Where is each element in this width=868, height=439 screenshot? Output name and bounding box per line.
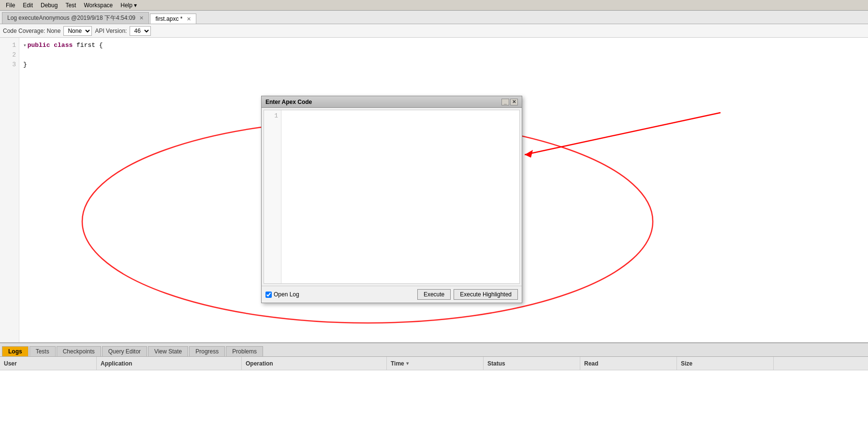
- col-header-status: Status: [484, 357, 580, 370]
- editor-line-2: [23, 50, 864, 60]
- open-log-text: Open Log: [274, 291, 299, 298]
- tab-checkpoints-label: Checkpoints: [63, 348, 95, 355]
- col-size-label: Size: [681, 360, 692, 367]
- editor-line-1: ▾public class first {: [23, 41, 864, 50]
- coverage-label: Code Coverage: None: [3, 28, 60, 34]
- editor-line-3: }: [23, 60, 864, 70]
- modal-title-bar: Enter Apex Code _ ✕: [262, 96, 522, 108]
- tab-logs-label: Logs: [8, 348, 22, 355]
- tab-progress-label: Progress: [195, 348, 219, 355]
- code-input-area[interactable]: 1: [264, 110, 520, 284]
- modal-close-button[interactable]: ✕: [510, 99, 518, 105]
- col-time-label: Time: [391, 360, 404, 367]
- col-user-label: User: [4, 360, 17, 367]
- menu-bar: File Edit Debug Test Workspace Help ▾: [0, 0, 868, 11]
- apex-code-input[interactable]: [281, 110, 519, 283]
- open-log-checkbox[interactable]: [265, 292, 272, 298]
- col-header-op: Operation: [242, 357, 387, 370]
- tab-first[interactable]: first.apxc * ✕: [150, 14, 196, 24]
- tab-log-label: Log executeAnonymous @2019/9/18 下午4:54:0…: [7, 15, 135, 21]
- table-header: User Application Operation Time ▾ Status…: [0, 357, 868, 370]
- open-log-label[interactable]: Open Log: [265, 291, 299, 298]
- coverage-select[interactable]: None All: [63, 26, 92, 36]
- tab-first-label: first.apxc *: [155, 15, 182, 22]
- editor-gutter: 1 2 3: [0, 38, 19, 342]
- menu-test[interactable]: Test: [61, 2, 80, 9]
- modal-title: Enter Apex Code: [265, 99, 312, 105]
- menu-file[interactable]: File: [2, 2, 19, 9]
- tab-problems-label: Problems: [232, 348, 257, 355]
- code-gutter: 1: [264, 110, 281, 283]
- toolbar: Code Coverage: None None All API Version…: [0, 24, 868, 38]
- tab-bar: Log executeAnonymous @2019/9/18 下午4:54:0…: [0, 11, 868, 24]
- modal-footer: Open Log Execute Execute Highlighted: [262, 286, 522, 303]
- modal-title-controls: _ ✕: [501, 99, 518, 105]
- bottom-content: User Application Operation Time ▾ Status…: [0, 357, 868, 439]
- tab-progress[interactable]: Progress: [189, 346, 225, 356]
- bottom-panel: Logs Tests Checkpoints Query Editor View…: [0, 342, 868, 439]
- tab-problems[interactable]: Problems: [226, 346, 263, 356]
- tab-view-state-label: View State: [154, 348, 182, 355]
- line-num-2: 2: [12, 50, 16, 60]
- col-op-label: Operation: [246, 360, 273, 367]
- tab-logs[interactable]: Logs: [2, 346, 29, 356]
- tab-query-editor-label: Query Editor: [108, 348, 141, 355]
- tab-checkpoints[interactable]: Checkpoints: [57, 346, 101, 356]
- execute-button[interactable]: Execute: [417, 289, 451, 300]
- modal-minimize-button[interactable]: _: [501, 99, 509, 105]
- menu-edit[interactable]: Edit: [19, 2, 37, 9]
- api-label: API Version:: [95, 28, 127, 34]
- col-header-app: Application: [97, 357, 242, 370]
- line-num-1: 1: [12, 41, 16, 50]
- col-header-time[interactable]: Time ▾: [387, 357, 484, 370]
- tab-log-close[interactable]: ✕: [139, 15, 144, 21]
- tab-tests-label: Tests: [36, 348, 49, 355]
- enter-apex-dialog[interactable]: Enter Apex Code _ ✕ 1 Open Log Execute E…: [261, 96, 522, 303]
- tab-view-state[interactable]: View State: [148, 346, 188, 356]
- tab-first-close[interactable]: ✕: [187, 16, 191, 22]
- col-status-label: Status: [487, 360, 505, 367]
- tab-tests[interactable]: Tests: [29, 346, 56, 356]
- col-app-label: Application: [101, 360, 132, 367]
- execute-highlighted-button[interactable]: Execute Highlighted: [454, 289, 518, 300]
- col-header-read: Read: [580, 357, 677, 370]
- line-num-3: 3: [12, 60, 16, 70]
- tab-log[interactable]: Log executeAnonymous @2019/9/18 下午4:54:0…: [2, 12, 149, 24]
- menu-debug[interactable]: Debug: [37, 2, 61, 9]
- code-line-num-1: 1: [274, 112, 278, 119]
- menu-help[interactable]: Help ▾: [117, 2, 141, 9]
- modal-body: 1: [262, 110, 522, 284]
- menu-workspace[interactable]: Workspace: [80, 2, 117, 9]
- tab-query-editor[interactable]: Query Editor: [102, 346, 147, 356]
- sort-arrow-icon: ▾: [406, 361, 409, 366]
- bottom-tabs: Logs Tests Checkpoints Query Editor View…: [0, 343, 868, 357]
- col-read-label: Read: [584, 360, 598, 367]
- api-select[interactable]: 46 47 48: [130, 26, 151, 36]
- col-header-user: User: [0, 357, 97, 370]
- col-header-size: Size: [677, 357, 774, 370]
